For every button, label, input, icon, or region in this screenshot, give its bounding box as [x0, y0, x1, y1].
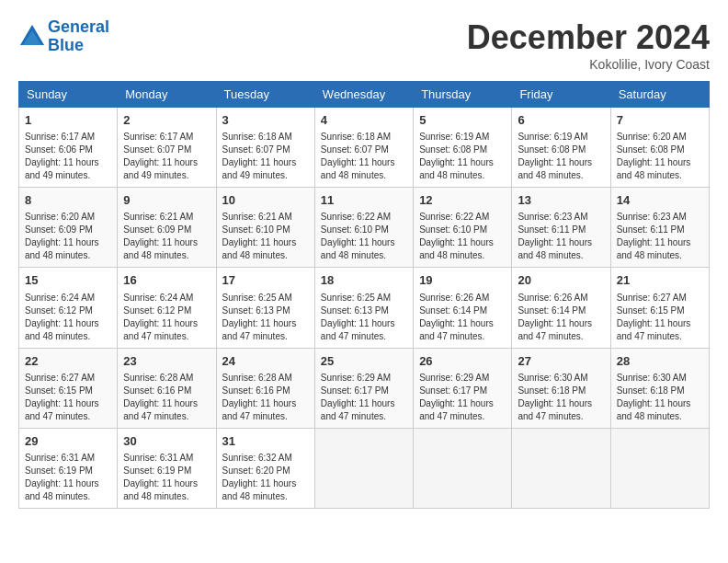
daylight-text: Daylight: 11 hours and 47 minutes.	[419, 318, 494, 341]
day-number: 26	[419, 353, 506, 370]
table-row: 6 Sunrise: 6:19 AM Sunset: 6:08 PM Dayli…	[512, 108, 610, 188]
daylight-text: Daylight: 11 hours and 48 minutes.	[419, 237, 494, 260]
daylight-text: Daylight: 11 hours and 47 minutes.	[123, 318, 198, 341]
day-number: 27	[518, 353, 604, 370]
sunset-text: Sunset: 6:12 PM	[123, 305, 191, 316]
table-row: 4 Sunrise: 6:18 AM Sunset: 6:07 PM Dayli…	[314, 108, 413, 188]
sunset-text: Sunset: 6:19 PM	[25, 465, 93, 476]
location: Kokolilie, Ivory Coast	[467, 57, 710, 72]
sunset-text: Sunset: 6:18 PM	[617, 385, 685, 396]
table-row: 27 Sunrise: 6:30 AM Sunset: 6:18 PM Dayl…	[512, 348, 610, 428]
daylight-text: Daylight: 11 hours and 47 minutes.	[25, 398, 99, 421]
daylight-text: Daylight: 11 hours and 47 minutes.	[123, 398, 198, 421]
table-row	[314, 428, 413, 508]
col-tuesday: Tuesday	[216, 82, 314, 108]
table-row: 10 Sunrise: 6:21 AM Sunset: 6:10 PM Dayl…	[216, 188, 314, 268]
daylight-text: Daylight: 11 hours and 49 minutes.	[222, 157, 297, 180]
table-row	[512, 428, 610, 508]
col-sunday: Sunday	[19, 82, 118, 108]
daylight-text: Daylight: 11 hours and 48 minutes.	[222, 237, 297, 260]
day-number: 20	[518, 272, 604, 289]
daylight-text: Daylight: 11 hours and 47 minutes.	[222, 398, 297, 421]
table-row: 2 Sunrise: 6:17 AM Sunset: 6:07 PM Dayli…	[118, 108, 216, 188]
table-row: 5 Sunrise: 6:19 AM Sunset: 6:08 PM Dayli…	[414, 108, 512, 188]
logo-icon	[18, 23, 46, 51]
daylight-text: Daylight: 11 hours and 47 minutes.	[321, 398, 395, 421]
table-row: 23 Sunrise: 6:28 AM Sunset: 6:16 PM Dayl…	[118, 348, 216, 428]
day-number: 30	[123, 433, 210, 450]
sunset-text: Sunset: 6:11 PM	[518, 224, 586, 235]
table-row: 12 Sunrise: 6:22 AM Sunset: 6:10 PM Dayl…	[414, 188, 512, 268]
day-number: 28	[617, 353, 703, 370]
sunset-text: Sunset: 6:10 PM	[419, 224, 487, 235]
sunrise-text: Sunrise: 6:28 AM	[222, 373, 292, 383]
sunrise-text: Sunrise: 6:30 AM	[617, 373, 687, 383]
day-number: 15	[25, 272, 111, 289]
table-row: 15 Sunrise: 6:24 AM Sunset: 6:12 PM Dayl…	[19, 268, 118, 348]
sunset-text: Sunset: 6:13 PM	[222, 305, 290, 316]
day-number: 12	[419, 192, 506, 209]
day-number: 2	[123, 112, 210, 129]
daylight-text: Daylight: 11 hours and 48 minutes.	[518, 237, 592, 260]
month-title: December 2024	[467, 18, 710, 57]
sunrise-text: Sunrise: 6:25 AM	[222, 293, 292, 303]
sunrise-text: Sunrise: 6:28 AM	[123, 373, 193, 383]
table-row: 28 Sunrise: 6:30 AM Sunset: 6:18 PM Dayl…	[610, 348, 709, 428]
col-friday: Friday	[512, 82, 610, 108]
day-number: 29	[25, 433, 111, 450]
table-row: 1 Sunrise: 6:17 AM Sunset: 6:06 PM Dayli…	[19, 108, 118, 188]
day-number: 23	[123, 353, 210, 370]
day-number: 22	[25, 353, 111, 370]
daylight-text: Daylight: 11 hours and 48 minutes.	[419, 157, 494, 180]
day-number: 14	[617, 192, 703, 209]
sunset-text: Sunset: 6:15 PM	[25, 385, 93, 396]
table-row: 19 Sunrise: 6:26 AM Sunset: 6:14 PM Dayl…	[414, 268, 512, 348]
daylight-text: Daylight: 11 hours and 48 minutes.	[25, 237, 99, 260]
day-number: 9	[123, 192, 210, 209]
table-row: 13 Sunrise: 6:23 AM Sunset: 6:11 PM Dayl…	[512, 188, 610, 268]
sunset-text: Sunset: 6:08 PM	[617, 144, 685, 155]
calendar-row: 15 Sunrise: 6:24 AM Sunset: 6:12 PM Dayl…	[19, 268, 710, 348]
daylight-text: Daylight: 11 hours and 48 minutes.	[321, 157, 395, 180]
calendar-table: Sunday Monday Tuesday Wednesday Thursday…	[18, 81, 710, 509]
daylight-text: Daylight: 11 hours and 48 minutes.	[617, 157, 691, 180]
table-row: 14 Sunrise: 6:23 AM Sunset: 6:11 PM Dayl…	[610, 188, 709, 268]
logo-line2: Blue	[48, 36, 84, 54]
sunset-text: Sunset: 6:15 PM	[617, 305, 685, 316]
day-number: 1	[25, 112, 111, 129]
sunset-text: Sunset: 6:08 PM	[419, 144, 487, 155]
daylight-text: Daylight: 11 hours and 48 minutes.	[25, 318, 99, 341]
calendar-row: 1 Sunrise: 6:17 AM Sunset: 6:06 PM Dayli…	[19, 108, 710, 188]
sunset-text: Sunset: 6:16 PM	[123, 385, 191, 396]
day-number: 18	[321, 272, 407, 289]
sunrise-text: Sunrise: 6:27 AM	[25, 373, 95, 383]
table-row: 17 Sunrise: 6:25 AM Sunset: 6:13 PM Dayl…	[216, 268, 314, 348]
col-thursday: Thursday	[414, 82, 512, 108]
table-row: 16 Sunrise: 6:24 AM Sunset: 6:12 PM Dayl…	[118, 268, 216, 348]
logo-text: General Blue	[48, 18, 109, 55]
daylight-text: Daylight: 11 hours and 49 minutes.	[25, 157, 99, 180]
sunrise-text: Sunrise: 6:23 AM	[617, 212, 687, 222]
sunrise-text: Sunrise: 6:24 AM	[25, 293, 95, 303]
col-monday: Monday	[118, 82, 216, 108]
sunrise-text: Sunrise: 6:23 AM	[518, 212, 587, 222]
sunrise-text: Sunrise: 6:19 AM	[419, 132, 489, 142]
day-number: 6	[518, 112, 604, 129]
day-number: 8	[25, 192, 111, 209]
day-number: 24	[222, 353, 309, 370]
calendar-row: 8 Sunrise: 6:20 AM Sunset: 6:09 PM Dayli…	[19, 188, 710, 268]
sunrise-text: Sunrise: 6:22 AM	[419, 212, 489, 222]
daylight-text: Daylight: 11 hours and 49 minutes.	[123, 157, 198, 180]
sunrise-text: Sunrise: 6:32 AM	[222, 453, 292, 463]
sunrise-text: Sunrise: 6:20 AM	[617, 132, 687, 142]
col-wednesday: Wednesday	[314, 82, 413, 108]
sunset-text: Sunset: 6:10 PM	[321, 224, 389, 235]
sunset-text: Sunset: 6:18 PM	[518, 385, 586, 396]
sunset-text: Sunset: 6:09 PM	[25, 224, 93, 235]
day-number: 21	[617, 272, 703, 289]
sunset-text: Sunset: 6:13 PM	[321, 305, 389, 316]
daylight-text: Daylight: 11 hours and 48 minutes.	[617, 237, 691, 260]
sunset-text: Sunset: 6:10 PM	[222, 224, 290, 235]
daylight-text: Daylight: 11 hours and 47 minutes.	[518, 318, 592, 341]
sunrise-text: Sunrise: 6:19 AM	[518, 132, 587, 142]
